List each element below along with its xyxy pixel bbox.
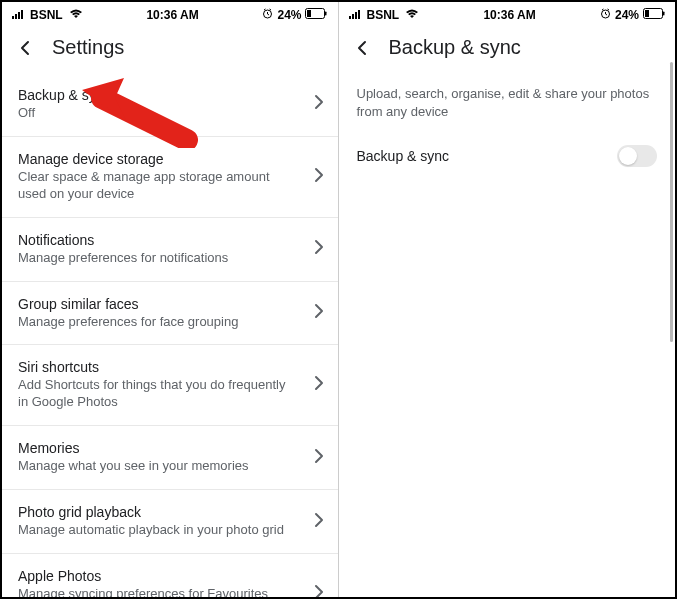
settings-item-notifications[interactable]: Notifications Manage preferences for not… xyxy=(2,218,338,282)
page-title: Backup & sync xyxy=(389,36,521,59)
item-title: Backup & sync xyxy=(18,87,322,103)
item-subtitle: Manage syncing preferences for Favourite… xyxy=(18,586,322,597)
header: Backup & sync xyxy=(339,26,676,73)
alarm-icon xyxy=(262,8,273,22)
item-title: Group similar faces xyxy=(18,296,322,312)
chevron-right-icon xyxy=(314,167,324,187)
svg-rect-1 xyxy=(15,14,17,19)
backup-sync-toggle[interactable] xyxy=(617,145,657,167)
svg-rect-0 xyxy=(12,16,14,19)
svg-rect-9 xyxy=(352,14,354,19)
carrier-label: BSNL xyxy=(30,8,63,22)
toggle-label: Backup & sync xyxy=(357,148,450,164)
svg-rect-15 xyxy=(663,12,665,16)
item-subtitle: Clear space & manage app storage amount … xyxy=(18,169,322,203)
item-title: Apple Photos xyxy=(18,568,322,584)
battery-icon xyxy=(305,8,327,22)
item-title: Memories xyxy=(18,440,322,456)
chevron-right-icon xyxy=(314,94,324,114)
back-button[interactable] xyxy=(18,38,38,58)
settings-item-photo-grid-playback[interactable]: Photo grid playback Manage automatic pla… xyxy=(2,490,338,554)
svg-rect-14 xyxy=(645,10,649,17)
chevron-right-icon xyxy=(314,448,324,468)
header: Settings xyxy=(2,26,338,73)
status-bar: BSNL 10:36 AM 24% xyxy=(339,2,676,26)
svg-rect-2 xyxy=(18,12,20,19)
carrier-label: BSNL xyxy=(367,8,400,22)
item-title: Photo grid playback xyxy=(18,504,322,520)
item-subtitle: Manage automatic playback in your photo … xyxy=(18,522,322,539)
backup-sync-screen: BSNL 10:36 AM 24% Backup & sync Upload, … xyxy=(339,2,676,597)
signal-icon xyxy=(12,8,26,22)
battery-icon xyxy=(643,8,665,22)
wifi-icon xyxy=(69,8,83,22)
battery-percent: 24% xyxy=(277,8,301,22)
page-title: Settings xyxy=(52,36,124,59)
svg-rect-3 xyxy=(21,10,23,19)
chevron-right-icon xyxy=(314,512,324,532)
feature-description: Upload, search, organise, edit & share y… xyxy=(339,73,676,135)
item-subtitle: Manage preferences for notifications xyxy=(18,250,322,267)
back-button[interactable] xyxy=(355,38,375,58)
svg-rect-11 xyxy=(358,10,360,19)
item-title: Siri shortcuts xyxy=(18,359,322,375)
item-subtitle: Manage preferences for face grouping xyxy=(18,314,322,331)
svg-rect-8 xyxy=(349,16,351,19)
signal-icon xyxy=(349,8,363,22)
settings-item-group-faces[interactable]: Group similar faces Manage preferences f… xyxy=(2,282,338,346)
wifi-icon xyxy=(405,8,419,22)
settings-item-memories[interactable]: Memories Manage what you see in your mem… xyxy=(2,426,338,490)
settings-item-backup-sync[interactable]: Backup & sync Off xyxy=(2,73,338,137)
item-subtitle: Add Shortcuts for things that you do fre… xyxy=(18,377,322,411)
item-title: Manage device storage xyxy=(18,151,322,167)
item-title: Notifications xyxy=(18,232,322,248)
time-label: 10:36 AM xyxy=(146,8,198,22)
settings-item-manage-storage[interactable]: Manage device storage Clear space & mana… xyxy=(2,137,338,218)
settings-item-siri-shortcuts[interactable]: Siri shortcuts Add Shortcuts for things … xyxy=(2,345,338,426)
backup-sync-toggle-row: Backup & sync xyxy=(339,135,676,177)
settings-screen: BSNL 10:36 AM 24% Settings Backup & sync… xyxy=(2,2,339,597)
item-subtitle: Manage what you see in your memories xyxy=(18,458,322,475)
time-label: 10:36 AM xyxy=(483,8,535,22)
alarm-icon xyxy=(600,8,611,22)
svg-rect-10 xyxy=(355,12,357,19)
svg-rect-7 xyxy=(325,12,327,16)
chevron-right-icon xyxy=(314,303,324,323)
chevron-right-icon xyxy=(314,584,324,597)
status-bar: BSNL 10:36 AM 24% xyxy=(2,2,338,26)
toggle-knob xyxy=(619,147,637,165)
settings-item-apple-photos[interactable]: Apple Photos Manage syncing preferences … xyxy=(2,554,338,597)
battery-percent: 24% xyxy=(615,8,639,22)
svg-rect-6 xyxy=(307,10,311,17)
item-subtitle: Off xyxy=(18,105,322,122)
scroll-indicator xyxy=(670,62,673,342)
chevron-right-icon xyxy=(314,239,324,259)
chevron-right-icon xyxy=(314,375,324,395)
